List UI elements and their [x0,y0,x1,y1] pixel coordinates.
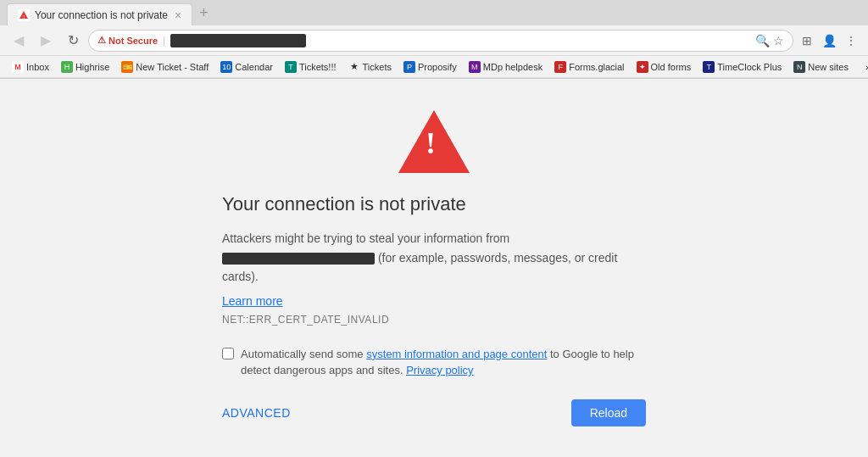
bookmark-tickets3[interactable]: T Tickets!!! [280,59,342,75]
bookmark-favicon-timeclock: T [703,61,715,73]
bookmark-old-forms[interactable]: ✦ Old forms [632,59,697,75]
bookmarks-bar: M Inbox H Highrise 🎫 New Ticket - Staff … [0,56,868,78]
address-text[interactable] [170,34,306,47]
bookmarks-more-button[interactable]: » [860,60,868,74]
actions-row: ADVANCED Reload [222,399,646,426]
bookmark-favicon-mdp: M [469,61,481,73]
bookmark-favicon-old-forms: ✦ [637,61,648,73]
bookmark-label-timeclock: TimeClock Plus [717,62,782,72]
bookmark-timeclock[interactable]: T TimeClock Plus [698,59,787,75]
nav-right-icons: ⊞ 👤 ⋮ [797,31,861,51]
back-button[interactable]: ◀ [7,29,31,53]
bookmark-favicon-new-ticket: 🎫 [121,61,133,73]
bookmark-new-ticket[interactable]: 🎫 New Ticket - Staff [116,59,214,75]
tab-favicon: ! [18,9,30,21]
checkbox-text-part1: Automatically send some [241,348,364,360]
nav-bar: ◀ ▶ ↻ ⚠ Not Secure | 🔍 ☆ ⊞ 👤 ⋮ [0,25,868,56]
error-title: Your connection is not private [222,193,646,215]
redacted-url [222,253,375,265]
error-code: NET::ERR_CERT_DATE_INVALID [222,314,646,326]
bookmark-favicon-forms: F [554,61,566,73]
error-triangle-icon [398,110,470,173]
checkbox-row: Automatically send some system informati… [222,346,646,379]
bookmark-label-proposify: Proposify [418,62,457,72]
error-desc-part1: Attackers might be trying to steal your … [222,231,509,245]
learn-more-container: Learn more [222,293,646,309]
extensions-icon[interactable]: ⊞ [797,31,817,51]
error-container: Your connection is not private Attackers… [222,110,646,426]
bookmark-favicon-new-sites: N [793,61,805,73]
bookmark-label-forms: Forms.glacial [569,62,624,72]
new-tab-button[interactable]: + [199,4,209,25]
learn-more-link[interactable]: Learn more [222,294,283,308]
bookmark-calendar[interactable]: 10 Calendar [215,59,278,75]
bookmark-forms-glacial[interactable]: F Forms.glacial [549,59,629,75]
profile-icon[interactable]: 👤 [819,31,839,51]
reload-button[interactable]: Reload [571,399,646,426]
bookmark-label-mdp: MDp helpdesk [483,62,542,72]
bookmark-label-new-sites: New sites [808,62,849,72]
address-icons: 🔍 ☆ [755,34,784,47]
warning-icon: ⚠ [97,35,106,46]
forward-button[interactable]: ▶ [34,29,58,53]
bookmark-label-highrise: Highrise [75,62,109,72]
address-bar[interactable]: ⚠ Not Secure | 🔍 ☆ [88,30,793,52]
tab-bar: ! Your connection is not private × + [0,0,868,25]
bookmark-favicon-calendar: 10 [220,61,232,73]
search-icon[interactable]: 🔍 [755,34,770,47]
active-tab[interactable]: ! Your connection is not private × [7,3,192,25]
not-secure-label: Not Secure [108,36,158,46]
tab-title: Your connection is not private [35,9,168,21]
page-content: Your connection is not private Attackers… [0,79,868,457]
privacy-policy-link[interactable]: Privacy policy [406,364,473,376]
advanced-button[interactable]: ADVANCED [222,406,291,420]
star-icon[interactable]: ☆ [773,34,784,47]
system-info-link[interactable]: system information and page content [366,348,547,360]
warning-icon-container [222,110,646,176]
bookmark-favicon-inbox: M [12,61,24,73]
bookmark-favicon-proposify: P [403,61,415,73]
checkbox-label: Automatically send some system informati… [241,346,646,379]
bookmark-proposify[interactable]: P Proposify [398,59,462,75]
bookmark-inbox[interactable]: M Inbox [7,59,54,75]
bookmark-label-new-ticket: New Ticket - Staff [136,62,209,72]
bookmark-favicon-highrise: H [61,61,73,73]
bookmark-label-calendar: Calendar [235,62,273,72]
not-secure-indicator: ⚠ Not Secure [97,35,158,46]
browser-chrome: ! Your connection is not private × + ◀ ▶… [0,0,868,79]
settings-icon[interactable]: ⋮ [841,31,861,51]
bookmark-label-inbox: Inbox [26,62,49,72]
bookmark-new-sites[interactable]: N New sites [788,59,854,75]
reload-button[interactable]: ↻ [61,29,85,53]
bookmark-label-old-forms: Old forms [651,62,692,72]
bookmark-favicon-tickets: ★ [348,61,360,73]
bookmark-label-tickets: Tickets [363,62,392,72]
bookmark-tickets[interactable]: ★ Tickets [343,59,397,75]
tab-close-icon[interactable]: × [175,8,181,22]
bookmark-favicon-tickets3: T [285,61,297,73]
bookmark-mdp-helpdesk[interactable]: M MDp helpdesk [464,59,548,75]
bookmark-highrise[interactable]: H Highrise [56,59,114,75]
send-info-checkbox[interactable] [222,348,234,359]
error-description: Attackers might be trying to steal your … [222,229,646,286]
bookmark-label-tickets3: Tickets!!! [299,62,337,72]
